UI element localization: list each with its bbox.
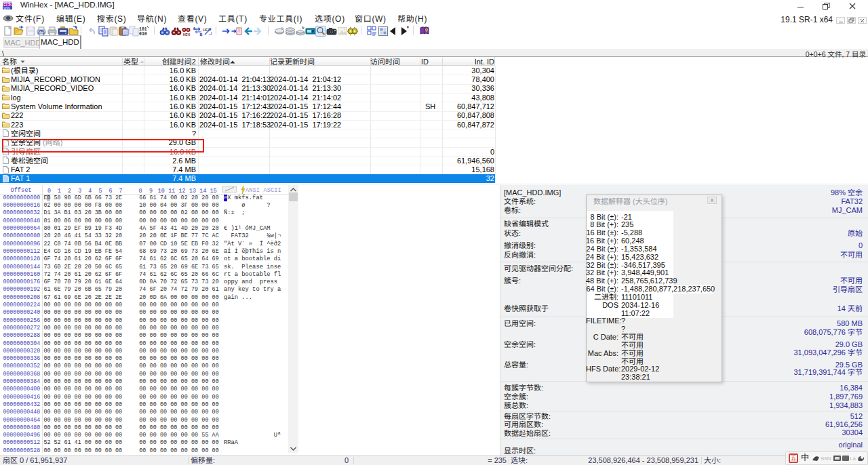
svg-text:A: A: [193, 26, 196, 31]
svg-text:WIN: WIN: [3, 6, 10, 9]
svg-text:S9N: S9N: [821, 456, 831, 462]
svg-text:101: 101: [139, 27, 147, 32]
svg-text:B: B: [200, 33, 203, 37]
svg-text:010: 010: [139, 32, 147, 37]
svg-text:La: La: [850, 456, 856, 462]
svg-text:HEX: HEX: [183, 33, 191, 37]
